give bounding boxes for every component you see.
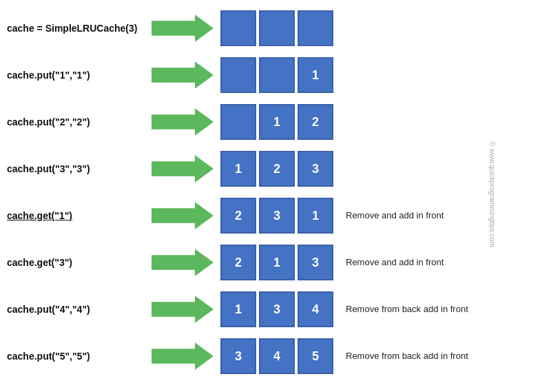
row-label: cache.put("5","5") — [7, 351, 152, 362]
cache-boxes: 213 — [220, 245, 333, 280]
cache-box: 2 — [298, 104, 333, 140]
svg-marker-5 — [152, 249, 214, 276]
arrow-icon — [152, 13, 214, 43]
main-container: cache = SimpleLRUCache(3) cache.put("1",… — [0, 0, 551, 389]
cache-box: 2 — [259, 151, 295, 187]
row-note: Remove and add in front — [346, 257, 444, 269]
cache-box: 1 — [220, 151, 256, 187]
arrow-icon — [152, 60, 214, 90]
svg-marker-1 — [152, 61, 214, 89]
table-row: cache.put("2","2") 12 — [7, 101, 544, 143]
cache-box: 3 — [259, 291, 295, 327]
table-row: cache.put("4","4") 134Remove from back a… — [7, 288, 544, 331]
cache-box: 1 — [259, 245, 295, 280]
svg-marker-6 — [152, 296, 214, 323]
cache-boxes: 12 — [220, 104, 333, 140]
row-note: Remove from back add in front — [346, 351, 468, 362]
row-label: cache.put("4","4") — [7, 304, 152, 315]
cache-box: 2 — [220, 245, 256, 280]
row-label: cache.put("1","1") — [7, 70, 152, 81]
cache-boxes: 345 — [220, 338, 333, 374]
arrow-icon — [152, 341, 214, 371]
watermark: © www.quickprogrammingtips.com — [489, 141, 497, 247]
row-label: cache.get("3") — [7, 257, 152, 268]
svg-marker-7 — [152, 342, 214, 370]
svg-marker-0 — [152, 14, 214, 42]
cache-box — [220, 57, 256, 93]
arrow-icon — [152, 154, 214, 184]
cache-box: 3 — [298, 245, 333, 280]
row-note: Remove and add in front — [346, 210, 444, 222]
cache-box: 1 — [220, 291, 256, 327]
cache-box: 3 — [298, 151, 333, 187]
cache-box — [220, 104, 256, 140]
cache-box: 4 — [259, 338, 295, 374]
table-row: cache.put("3","3") 123 — [7, 147, 544, 190]
row-label: cache = SimpleLRUCache(3) — [7, 23, 152, 34]
cache-box — [298, 10, 333, 46]
cache-box: 1 — [259, 104, 295, 140]
table-row: cache.put("1","1") 1 — [7, 54, 544, 96]
cache-box — [220, 10, 256, 46]
row-note: Remove from back add in front — [346, 304, 468, 316]
cache-box: 5 — [298, 338, 333, 374]
row-label: cache.get("1") — [7, 210, 152, 221]
cache-box: 2 — [220, 198, 256, 234]
cache-boxes: 123 — [220, 151, 333, 187]
arrow-icon — [152, 247, 214, 278]
cache-boxes: 1 — [220, 57, 333, 93]
svg-marker-2 — [152, 108, 214, 136]
table-row: cache.put("5","5") 345Remove from back a… — [7, 335, 544, 378]
cache-boxes: 134 — [220, 291, 333, 327]
cache-box: 1 — [298, 198, 333, 234]
arrow-icon — [152, 294, 214, 324]
arrow-icon — [152, 200, 214, 231]
cache-box: 1 — [298, 57, 333, 93]
cache-box: 3 — [220, 338, 256, 374]
cache-box — [259, 57, 295, 93]
table-row: cache.get("1") 231Remove and add in fron… — [7, 194, 544, 237]
cache-boxes — [220, 10, 333, 46]
row-label: cache.put("2","2") — [7, 116, 152, 127]
cache-box — [259, 10, 295, 46]
table-row: cache.get("3") 213Remove and add in fron… — [7, 241, 544, 284]
svg-marker-3 — [152, 155, 214, 183]
arrow-icon — [152, 107, 214, 137]
cache-box: 4 — [298, 291, 333, 327]
table-row: cache = SimpleLRUCache(3) — [7, 7, 544, 50]
cache-box: 3 — [259, 198, 295, 234]
row-label: cache.put("3","3") — [7, 163, 152, 174]
svg-marker-4 — [152, 202, 214, 229]
cache-boxes: 231 — [220, 198, 333, 234]
